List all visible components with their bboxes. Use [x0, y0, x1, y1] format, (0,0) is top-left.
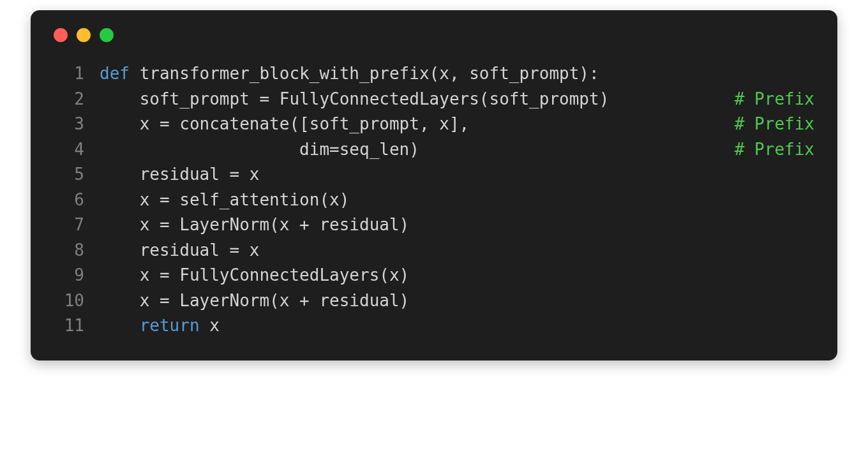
line-content: x = LayerNorm(x + residual) [100, 288, 814, 314]
line-number: 9 [54, 263, 100, 288]
minimize-icon[interactable] [77, 28, 91, 42]
zoom-icon[interactable] [100, 28, 114, 42]
code-line: 2 soft_prompt = FullyConnectedLayers(sof… [54, 87, 814, 112]
code-comment: # Prefix [719, 112, 814, 137]
line-number: 4 [54, 137, 100, 163]
code-line: 7 x = LayerNorm(x + residual) [54, 212, 814, 238]
line-number: 7 [54, 212, 100, 238]
code-line: 6 x = self_attention(x) [54, 188, 814, 213]
code-line: 8 residual = x [54, 238, 814, 264]
code-text: return x [100, 313, 220, 339]
code-line: 10 x = LayerNorm(x + residual) [54, 288, 814, 314]
line-number: 10 [54, 288, 100, 314]
code-text: x = LayerNorm(x + residual) [100, 288, 409, 314]
line-number: 8 [54, 238, 100, 264]
code-text: x = LayerNorm(x + residual) [100, 212, 409, 238]
code-comment: # Prefix [719, 87, 814, 112]
line-number: 6 [54, 188, 100, 213]
line-content: residual = x [100, 162, 814, 188]
code-line: 5 residual = x [54, 162, 814, 188]
code-window: 1def transformer_block_with_prefix(x, so… [31, 10, 837, 360]
code-line: 11 return x [54, 313, 814, 339]
line-number: 1 [54, 61, 100, 87]
line-number: 11 [54, 313, 100, 339]
code-text: x = concatenate([soft_prompt, x], [100, 112, 469, 137]
code-text: soft_prompt = FullyConnectedLayers(soft_… [100, 87, 609, 112]
code-text: residual = x [100, 238, 259, 264]
code-block: 1def transformer_block_with_prefix(x, so… [54, 61, 814, 339]
line-content: x = LayerNorm(x + residual) [100, 212, 814, 238]
line-content: dim=seq_len)# Prefix [100, 137, 814, 163]
line-content: residual = x [100, 238, 814, 264]
line-number: 5 [54, 162, 100, 188]
code-text: x = FullyConnectedLayers(x) [100, 263, 409, 288]
line-content: soft_prompt = FullyConnectedLayers(soft_… [100, 87, 814, 112]
code-line: 1def transformer_block_with_prefix(x, so… [54, 61, 814, 87]
line-content: x = concatenate([soft_prompt, x],# Prefi… [100, 112, 814, 137]
code-comment: # Prefix [719, 137, 814, 163]
line-content: x = FullyConnectedLayers(x) [100, 263, 814, 288]
code-text: x = self_attention(x) [100, 188, 349, 213]
code-text: residual = x [100, 162, 259, 188]
line-content: return x [100, 313, 814, 339]
code-text: def transformer_block_with_prefix(x, sof… [100, 61, 599, 87]
close-icon[interactable] [54, 28, 68, 42]
code-line: 4 dim=seq_len)# Prefix [54, 137, 814, 163]
code-text: dim=seq_len) [100, 137, 419, 163]
line-content: def transformer_block_with_prefix(x, sof… [100, 61, 814, 87]
code-line: 9 x = FullyConnectedLayers(x) [54, 263, 814, 288]
line-number: 3 [54, 112, 100, 137]
line-content: x = self_attention(x) [100, 188, 814, 213]
line-number: 2 [54, 87, 100, 112]
window-titlebar [54, 28, 814, 42]
code-line: 3 x = concatenate([soft_prompt, x],# Pre… [54, 112, 814, 137]
